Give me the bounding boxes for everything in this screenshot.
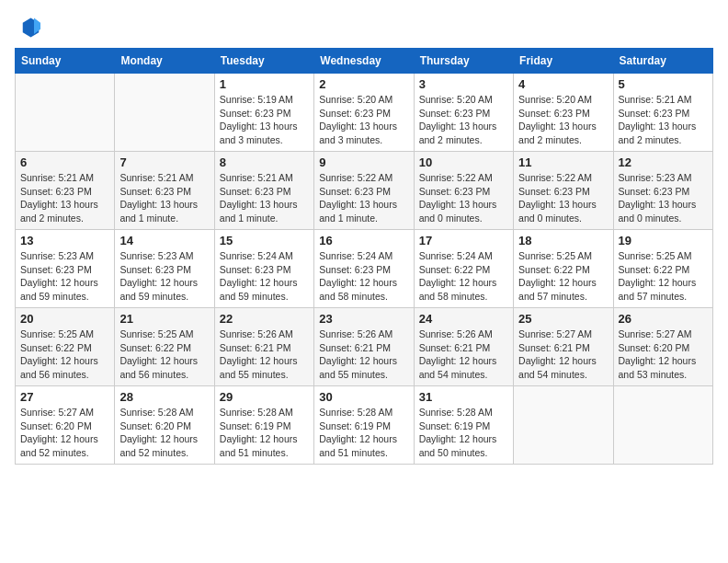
calendar-cell: 23Sunrise: 5:26 AM Sunset: 6:21 PM Dayli…	[314, 308, 414, 386]
logo	[15, 15, 44, 40]
week-row-1: 1Sunrise: 5:19 AM Sunset: 6:23 PM Daylig…	[16, 74, 713, 152]
day-number: 8	[220, 155, 309, 169]
calendar-cell	[514, 386, 613, 465]
week-row-5: 27Sunrise: 5:27 AM Sunset: 6:20 PM Dayli…	[16, 386, 713, 465]
day-number: 12	[619, 155, 708, 169]
day-info: Sunrise: 5:25 AM Sunset: 6:22 PM Dayligh…	[20, 327, 109, 382]
day-info: Sunrise: 5:22 AM Sunset: 6:23 PM Dayligh…	[419, 171, 508, 225]
day-number: 14	[119, 234, 209, 247]
calendar-cell: 2Sunrise: 5:20 AM Sunset: 6:23 PM Daylig…	[314, 74, 414, 152]
calendar-cell: 25Sunrise: 5:27 AM Sunset: 6:21 PM Dayli…	[514, 308, 613, 386]
week-row-3: 13Sunrise: 5:23 AM Sunset: 6:23 PM Dayli…	[16, 230, 713, 308]
calendar-cell: 11Sunrise: 5:22 AM Sunset: 6:23 PM Dayli…	[514, 152, 613, 230]
week-row-4: 20Sunrise: 5:25 AM Sunset: 6:22 PM Dayli…	[16, 308, 713, 386]
day-info: Sunrise: 5:27 AM Sunset: 6:20 PM Dayligh…	[619, 327, 708, 382]
day-number: 10	[419, 155, 508, 169]
calendar-cell: 19Sunrise: 5:25 AM Sunset: 6:22 PM Dayli…	[613, 230, 712, 308]
calendar-cell	[115, 74, 214, 152]
calendar-cell: 8Sunrise: 5:21 AM Sunset: 6:23 PM Daylig…	[214, 152, 313, 230]
day-number: 18	[518, 234, 608, 247]
day-number: 4	[518, 77, 608, 91]
day-info: Sunrise: 5:21 AM Sunset: 6:23 PM Dayligh…	[20, 171, 109, 225]
day-number: 13	[20, 234, 109, 247]
day-number: 31	[419, 390, 508, 404]
calendar-cell: 1Sunrise: 5:19 AM Sunset: 6:23 PM Daylig…	[214, 74, 313, 152]
day-number: 19	[619, 234, 708, 247]
day-header-monday: Monday	[115, 49, 214, 74]
day-info: Sunrise: 5:23 AM Sunset: 6:23 PM Dayligh…	[119, 249, 209, 304]
day-header-thursday: Thursday	[414, 49, 513, 74]
day-number: 29	[220, 390, 309, 404]
calendar-cell: 18Sunrise: 5:25 AM Sunset: 6:22 PM Dayli…	[514, 230, 613, 308]
week-row-2: 6Sunrise: 5:21 AM Sunset: 6:23 PM Daylig…	[16, 152, 713, 230]
calendar-cell: 9Sunrise: 5:22 AM Sunset: 6:23 PM Daylig…	[314, 152, 414, 230]
day-info: Sunrise: 5:20 AM Sunset: 6:23 PM Dayligh…	[518, 93, 608, 147]
day-number: 7	[119, 155, 209, 169]
calendar-cell	[16, 74, 115, 152]
day-info: Sunrise: 5:21 AM Sunset: 6:23 PM Dayligh…	[119, 171, 209, 225]
page-header	[15, 15, 713, 40]
day-info: Sunrise: 5:24 AM Sunset: 6:23 PM Dayligh…	[220, 249, 309, 304]
day-number: 3	[419, 77, 508, 91]
day-info: Sunrise: 5:28 AM Sunset: 6:19 PM Dayligh…	[220, 406, 309, 460]
day-header-sunday: Sunday	[16, 49, 115, 74]
day-number: 26	[619, 312, 708, 326]
day-info: Sunrise: 5:28 AM Sunset: 6:20 PM Dayligh…	[119, 406, 209, 460]
day-number: 30	[319, 390, 408, 404]
day-info: Sunrise: 5:28 AM Sunset: 6:19 PM Dayligh…	[319, 406, 408, 460]
day-info: Sunrise: 5:22 AM Sunset: 6:23 PM Dayligh…	[518, 171, 608, 225]
day-info: Sunrise: 5:25 AM Sunset: 6:22 PM Dayligh…	[518, 249, 608, 304]
day-info: Sunrise: 5:26 AM Sunset: 6:21 PM Dayligh…	[419, 327, 508, 382]
day-info: Sunrise: 5:24 AM Sunset: 6:23 PM Dayligh…	[319, 249, 408, 304]
day-number: 21	[119, 312, 209, 326]
day-info: Sunrise: 5:20 AM Sunset: 6:23 PM Dayligh…	[319, 93, 408, 147]
calendar-cell: 20Sunrise: 5:25 AM Sunset: 6:22 PM Dayli…	[16, 308, 115, 386]
day-number: 9	[319, 155, 408, 169]
day-info: Sunrise: 5:28 AM Sunset: 6:19 PM Dayligh…	[419, 406, 508, 460]
day-number: 17	[419, 234, 508, 247]
calendar-cell: 7Sunrise: 5:21 AM Sunset: 6:23 PM Daylig…	[115, 152, 214, 230]
calendar-cell: 16Sunrise: 5:24 AM Sunset: 6:23 PM Dayli…	[314, 230, 414, 308]
calendar-cell: 14Sunrise: 5:23 AM Sunset: 6:23 PM Dayli…	[115, 230, 214, 308]
calendar-cell: 24Sunrise: 5:26 AM Sunset: 6:21 PM Dayli…	[414, 308, 513, 386]
calendar-cell: 3Sunrise: 5:20 AM Sunset: 6:23 PM Daylig…	[414, 74, 513, 152]
day-number: 23	[319, 312, 408, 326]
day-header-tuesday: Tuesday	[214, 49, 313, 74]
day-info: Sunrise: 5:22 AM Sunset: 6:23 PM Dayligh…	[319, 171, 408, 225]
logo-icon	[15, 15, 40, 40]
calendar-cell: 22Sunrise: 5:26 AM Sunset: 6:21 PM Dayli…	[214, 308, 313, 386]
day-header-friday: Friday	[514, 49, 613, 74]
day-info: Sunrise: 5:24 AM Sunset: 6:22 PM Dayligh…	[419, 249, 508, 304]
calendar-table: SundayMondayTuesdayWednesdayThursdayFrid…	[15, 48, 713, 465]
day-header-saturday: Saturday	[613, 49, 712, 74]
calendar-cell: 4Sunrise: 5:20 AM Sunset: 6:23 PM Daylig…	[514, 74, 613, 152]
day-number: 28	[119, 390, 209, 404]
calendar-cell: 31Sunrise: 5:28 AM Sunset: 6:19 PM Dayli…	[414, 386, 513, 465]
calendar-cell: 5Sunrise: 5:21 AM Sunset: 6:23 PM Daylig…	[613, 74, 712, 152]
day-number: 2	[319, 77, 408, 91]
calendar-cell: 29Sunrise: 5:28 AM Sunset: 6:19 PM Dayli…	[214, 386, 313, 465]
day-number: 25	[518, 312, 608, 326]
calendar-cell: 6Sunrise: 5:21 AM Sunset: 6:23 PM Daylig…	[16, 152, 115, 230]
day-header-wednesday: Wednesday	[314, 49, 414, 74]
day-number: 24	[419, 312, 508, 326]
day-number: 11	[518, 155, 608, 169]
day-info: Sunrise: 5:23 AM Sunset: 6:23 PM Dayligh…	[20, 249, 109, 304]
day-info: Sunrise: 5:25 AM Sunset: 6:22 PM Dayligh…	[119, 327, 209, 382]
calendar-cell: 26Sunrise: 5:27 AM Sunset: 6:20 PM Dayli…	[613, 308, 712, 386]
day-info: Sunrise: 5:19 AM Sunset: 6:23 PM Dayligh…	[220, 93, 309, 147]
day-number: 27	[20, 390, 109, 404]
day-info: Sunrise: 5:26 AM Sunset: 6:21 PM Dayligh…	[220, 327, 309, 382]
day-info: Sunrise: 5:21 AM Sunset: 6:23 PM Dayligh…	[619, 93, 708, 147]
day-number: 15	[220, 234, 309, 247]
day-info: Sunrise: 5:27 AM Sunset: 6:20 PM Dayligh…	[20, 406, 109, 460]
calendar-cell: 30Sunrise: 5:28 AM Sunset: 6:19 PM Dayli…	[314, 386, 414, 465]
day-number: 22	[220, 312, 309, 326]
calendar-cell: 12Sunrise: 5:23 AM Sunset: 6:23 PM Dayli…	[613, 152, 712, 230]
day-info: Sunrise: 5:26 AM Sunset: 6:21 PM Dayligh…	[319, 327, 408, 382]
day-info: Sunrise: 5:20 AM Sunset: 6:23 PM Dayligh…	[419, 93, 508, 147]
day-number: 1	[220, 77, 309, 91]
day-number: 16	[319, 234, 408, 247]
calendar-cell: 15Sunrise: 5:24 AM Sunset: 6:23 PM Dayli…	[214, 230, 313, 308]
day-info: Sunrise: 5:25 AM Sunset: 6:22 PM Dayligh…	[619, 249, 708, 304]
